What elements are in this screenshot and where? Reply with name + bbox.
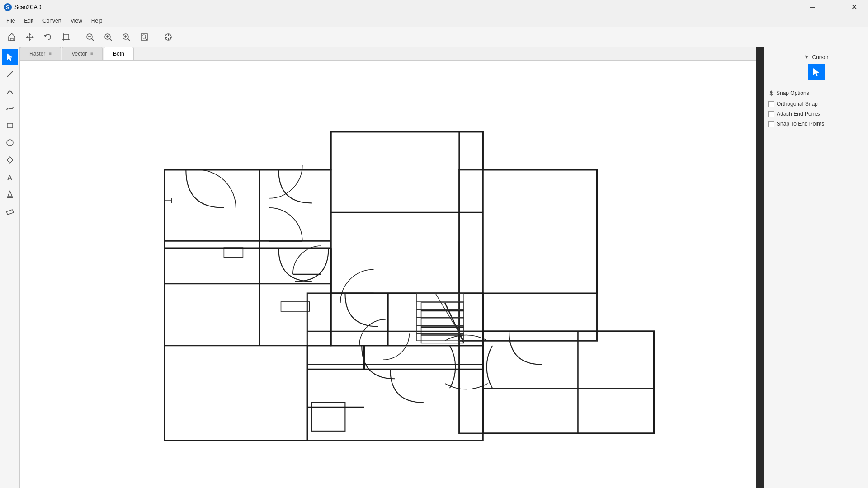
fill-icon xyxy=(6,190,14,198)
vector-tab-menu-icon[interactable]: ≡ xyxy=(90,51,93,56)
svg-marker-6 xyxy=(32,36,34,38)
cursor-tool-icon[interactable] xyxy=(808,64,825,80)
left-tool-panel: A xyxy=(0,47,20,488)
main-area: A Raster ≡ Vector ≡ Both xyxy=(0,47,868,488)
canvas-container[interactable] xyxy=(20,61,756,488)
cursor-link-icon xyxy=(804,54,810,61)
app-title: Scan2CAD xyxy=(14,4,41,10)
svg-marker-4 xyxy=(29,39,31,41)
cursor-section: Cursor xyxy=(768,51,864,84)
rotate-button[interactable] xyxy=(40,29,56,45)
move-button[interactable] xyxy=(22,29,38,45)
close-button[interactable]: ✕ xyxy=(844,0,864,14)
menu-convert[interactable]: Convert xyxy=(38,16,66,26)
tab-bar: Raster ≡ Vector ≡ Both xyxy=(20,47,756,61)
rectangle-tool-button[interactable] xyxy=(2,117,18,134)
text-tool-button[interactable]: A xyxy=(2,169,18,185)
titlebar-left: S Scan2CAD xyxy=(4,3,41,11)
svg-rect-8 xyxy=(63,34,69,40)
canvas-area: Raster ≡ Vector ≡ Both xyxy=(20,47,756,488)
svg-rect-36 xyxy=(7,197,13,198)
spline-tool-button[interactable] xyxy=(2,100,18,117)
orthogonal-snap-checkbox[interactable] xyxy=(768,101,774,107)
fill-tool-button[interactable] xyxy=(2,186,18,202)
diamond-tool-button[interactable] xyxy=(2,152,18,168)
zoom-in-button[interactable] xyxy=(100,29,116,45)
svg-line-31 xyxy=(7,71,13,77)
snap-pin-icon xyxy=(768,90,774,96)
zoom-rect-button[interactable] xyxy=(136,29,152,45)
svg-line-13 xyxy=(91,38,94,41)
titlebar: S Scan2CAD ─ □ ✕ xyxy=(0,0,868,14)
arc-tool-button[interactable] xyxy=(2,83,18,99)
attach-end-points-checkbox[interactable] xyxy=(768,111,774,117)
svg-rect-41 xyxy=(307,293,483,441)
svg-rect-56 xyxy=(421,303,464,343)
titlebar-controls: ─ □ ✕ xyxy=(802,0,864,14)
snap-end-points-checkbox[interactable] xyxy=(768,121,774,127)
process-button[interactable] xyxy=(160,29,176,45)
home-button[interactable] xyxy=(4,29,20,45)
arc-icon xyxy=(6,87,14,95)
select-icon xyxy=(6,53,14,61)
process-icon xyxy=(164,33,173,42)
erase-tool-button[interactable] xyxy=(2,203,18,220)
svg-marker-30 xyxy=(7,54,12,61)
app-logo: S xyxy=(4,3,12,11)
svg-rect-39 xyxy=(331,132,483,346)
toolbar-sep-2 xyxy=(156,31,156,43)
svg-marker-34 xyxy=(7,157,13,163)
zoom-fit-button[interactable] xyxy=(118,29,134,45)
svg-rect-62 xyxy=(224,248,243,257)
cursor-arrow-icon xyxy=(811,67,821,77)
svg-line-17 xyxy=(109,38,112,41)
floorplan-svg xyxy=(20,61,756,488)
right-properties-panel: Cursor Snap Options Orthogonal Snap xyxy=(764,47,868,488)
menu-file[interactable]: File xyxy=(2,16,19,26)
zoom-out-button[interactable] xyxy=(82,29,98,45)
svg-point-33 xyxy=(7,140,13,146)
crop-icon xyxy=(61,33,71,42)
orthogonal-snap-row: Orthogonal Snap xyxy=(768,101,864,107)
crop-button[interactable] xyxy=(58,29,74,45)
raster-tab[interactable]: Raster ≡ xyxy=(20,47,61,60)
circle-tool-button[interactable] xyxy=(2,135,18,151)
line-icon xyxy=(6,70,14,78)
svg-line-21 xyxy=(127,38,130,41)
zoom-rect-icon xyxy=(140,33,149,42)
menu-view[interactable]: View xyxy=(66,16,87,26)
zoom-fit-icon xyxy=(122,33,131,42)
spline-icon xyxy=(6,104,14,113)
zoom-in-icon xyxy=(104,33,113,42)
snap-options-section: Snap Options Orthogonal Snap Attach End … xyxy=(768,88,864,132)
toolbar xyxy=(0,27,868,47)
svg-marker-7 xyxy=(44,35,47,37)
line-tool-button[interactable] xyxy=(2,66,18,82)
both-tab-label: Both xyxy=(113,51,124,57)
erase-icon xyxy=(6,207,14,216)
svg-rect-38 xyxy=(165,170,331,346)
svg-marker-5 xyxy=(26,36,28,38)
diamond-icon xyxy=(6,156,14,164)
select-tool-button[interactable] xyxy=(2,49,18,65)
svg-rect-42 xyxy=(459,331,654,433)
snap-end-points-row: Snap To End Points xyxy=(768,121,864,127)
circle-icon xyxy=(6,139,14,147)
zoom-out-icon xyxy=(85,33,94,42)
vector-tab[interactable]: Vector ≡ xyxy=(62,47,103,60)
menu-edit[interactable]: Edit xyxy=(19,16,38,26)
move-icon xyxy=(25,33,34,42)
minimize-button[interactable]: ─ xyxy=(802,0,823,14)
svg-rect-32 xyxy=(7,123,13,128)
svg-rect-40 xyxy=(459,170,597,341)
vector-tab-label: Vector xyxy=(71,51,87,57)
both-tab[interactable]: Both xyxy=(104,47,134,60)
menu-help[interactable]: Help xyxy=(87,16,107,26)
svg-line-61 xyxy=(445,303,464,343)
raster-tab-label: Raster xyxy=(29,51,45,57)
raster-tab-menu-icon[interactable]: ≡ xyxy=(49,51,52,56)
menubar: File Edit Convert View Help xyxy=(0,14,868,27)
maximize-button[interactable]: □ xyxy=(823,0,844,14)
svg-marker-35 xyxy=(8,191,12,197)
toolbar-sep-1 xyxy=(78,31,78,43)
